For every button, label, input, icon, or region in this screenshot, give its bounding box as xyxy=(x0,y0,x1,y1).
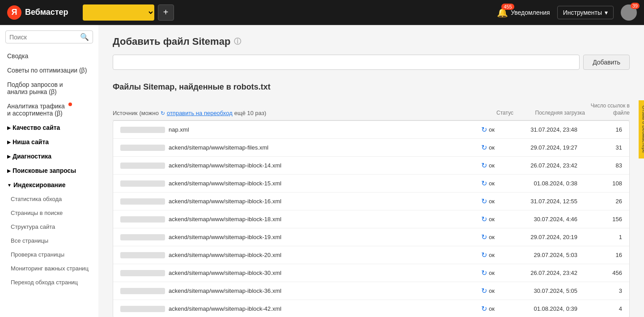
sitemap-url-input[interactable] xyxy=(113,55,580,70)
status-cell: ↻ ок xyxy=(470,233,506,241)
url-placeholder-bar xyxy=(120,288,165,294)
table-row: ackend/sitemap/www/sitemap-iblock-16.xml… xyxy=(113,193,629,210)
site-selector[interactable] xyxy=(83,4,154,21)
sidebar-section-niche[interactable]: ▶ Ниша сайта xyxy=(0,135,98,149)
layout: 🔍 Сводка Советы по оптимизации (β) Подбо… xyxy=(0,25,644,317)
count-cell: 108 xyxy=(577,180,622,187)
sidebar-item-site-structure[interactable]: Структура сайта xyxy=(0,220,98,234)
logo: Я Вебмастер xyxy=(7,5,68,20)
sidebar-item-page-check[interactable]: Проверка страницы xyxy=(0,248,98,261)
status-cell: ↻ ок xyxy=(470,197,506,206)
url-text: ackend/sitemap/www/sitemap-iblock-20.xml xyxy=(169,252,281,258)
date-cell: 31.07.2024, 23:48 xyxy=(506,126,577,133)
sidebar-item-analytics[interactable]: Аналитика трафикаи ассортимента (β) xyxy=(0,99,98,120)
refresh-icon[interactable]: ↻ xyxy=(481,304,487,313)
sidebar-section-quality[interactable]: ▶ Качество сайта xyxy=(0,120,98,135)
status-badge: ок xyxy=(489,234,495,240)
col-status-header: Статус xyxy=(478,110,513,117)
refresh-icon[interactable]: ↻ xyxy=(481,197,487,206)
notifications-label: Уведомления xyxy=(511,9,550,16)
refresh-icon[interactable]: ↻ xyxy=(481,233,487,241)
status-cell: ↻ ок xyxy=(470,304,506,313)
search-box[interactable]: 🔍 xyxy=(5,30,93,43)
chevron-right-icon-3: ▶ xyxy=(7,154,11,159)
url-placeholder-bar xyxy=(120,306,165,312)
url-cell: nap.xml xyxy=(120,126,470,133)
sidebar-item-monitoring[interactable]: Мониторинг важных страниц xyxy=(0,261,98,275)
sidebar-section-diagnostics[interactable]: ▶ Диагностика xyxy=(0,149,98,163)
refresh-icon[interactable]: ↻ xyxy=(481,125,487,134)
source-label: Источник (можно ↻ отправить на переобход… xyxy=(113,110,478,116)
table-row: ackend/sitemap/www/sitemap-iblock-18.xml… xyxy=(113,210,629,228)
refresh-icon[interactable]: ↻ xyxy=(481,143,487,152)
avatar[interactable]: 39 xyxy=(621,4,637,21)
url-cell: ackend/sitemap/www/sitemap-iblock-14.xml xyxy=(120,162,470,169)
refresh-icon[interactable]: ↻ xyxy=(481,251,487,259)
add-sitemap-button[interactable]: Добавить xyxy=(583,55,630,70)
table-row: nap.xml ↻ ок 31.07.2024, 23:48 16 xyxy=(113,121,629,139)
status-badge: ок xyxy=(489,126,495,133)
section-title: Файлы Sitemap, найденные в robots.txt xyxy=(113,82,630,92)
status-badge: ок xyxy=(489,270,495,276)
refresh-icon[interactable]: ↻ xyxy=(481,269,487,277)
chevron-down-icon: ▼ xyxy=(7,183,12,188)
url-text: ackend/sitemap/www/sitemap-files.xml xyxy=(169,144,268,151)
search-input[interactable] xyxy=(9,34,80,41)
site-selector-wrapper: + xyxy=(83,4,174,21)
sidebar-section-niche-label: Ниша сайта xyxy=(13,138,49,146)
count-cell: 156 xyxy=(577,216,622,223)
avatar-badge: 39 xyxy=(631,3,640,9)
sidebar-item-svodka[interactable]: Сводка xyxy=(0,49,98,63)
sidebar-item-crawl-stats[interactable]: Статистика обхода xyxy=(0,192,98,206)
status-badge: ок xyxy=(489,216,495,223)
count-cell: 16 xyxy=(577,252,622,258)
sidebar-section-indexing[interactable]: ▼ Индексирование xyxy=(0,178,98,192)
info-icon[interactable]: ⓘ xyxy=(234,37,241,47)
table-row: ackend/sitemap/www/sitemap-iblock-19.xml… xyxy=(113,228,629,246)
url-placeholder-bar xyxy=(120,198,165,205)
table-row: ackend/sitemap/www/sitemap-iblock-20.xml… xyxy=(113,246,629,264)
resend-link[interactable]: отправить на переобход xyxy=(167,110,233,116)
count-cell: 3 xyxy=(577,287,622,294)
date-cell: 01.08.2024, 0:39 xyxy=(506,305,577,312)
url-text: ackend/sitemap/www/sitemap-iblock-42.xml xyxy=(169,305,281,312)
url-placeholder-bar xyxy=(120,216,165,223)
status-cell: ↻ ок xyxy=(470,125,506,134)
main-content: Добавить файл Sitemap ⓘ Добавить Файлы S… xyxy=(98,25,644,317)
table-row: ackend/sitemap/www/sitemap-iblock-42.xml… xyxy=(113,300,629,317)
refresh-icon[interactable]: ↻ xyxy=(481,179,487,188)
tools-button[interactable]: Инструменты ▾ xyxy=(557,6,614,19)
date-cell: 29.07.2024, 19:27 xyxy=(506,144,577,151)
tools-label: Инструменты xyxy=(563,9,602,16)
count-cell: 4 xyxy=(577,305,622,312)
notifications-button[interactable]: 455 🔔 Уведомления xyxy=(497,7,550,18)
refresh-icon[interactable]: ↻ xyxy=(481,215,487,223)
url-cell: ackend/sitemap/www/sitemap-iblock-16.xml xyxy=(120,198,470,205)
table-header: Источник (можно ↻ отправить на переобход… xyxy=(113,99,630,120)
status-cell: ↻ ок xyxy=(470,251,506,259)
url-text: ackend/sitemap/www/sitemap-iblock-18.xml xyxy=(169,216,281,223)
sidebar-item-all-pages[interactable]: Все страницы xyxy=(0,234,98,248)
sidebar-item-crawl-pages[interactable]: Переход обхода страниц xyxy=(0,275,98,289)
refresh-icon[interactable]: ↻ xyxy=(481,287,487,295)
add-site-button[interactable]: + xyxy=(158,4,174,21)
status-badge: ок xyxy=(489,180,495,187)
url-cell: ackend/sitemap/www/sitemap-iblock-18.xml xyxy=(120,216,470,223)
search-icon: 🔍 xyxy=(80,33,89,41)
url-placeholder-bar xyxy=(120,127,165,133)
date-cell: 31.07.2024, 12:55 xyxy=(506,198,577,205)
sidebar-item-queries[interactable]: Подбор запросов ианализ рынка (β) xyxy=(0,77,98,99)
sidebar-item-tips[interactable]: Советы по оптимизации (β) xyxy=(0,63,98,77)
status-badge: ок xyxy=(489,162,495,169)
status-cell: ↻ ок xyxy=(470,143,506,152)
sidebar-item-pages-in-search[interactable]: Страницы в поиске xyxy=(0,206,98,220)
url-text: ackend/sitemap/www/sitemap-iblock-16.xml xyxy=(169,198,281,205)
count-cell: 16 xyxy=(577,126,622,133)
feedback-tab[interactable]: Отзыв о Вебмастере xyxy=(639,100,644,158)
url-cell: ackend/sitemap/www/sitemap-iblock-15.xml xyxy=(120,180,470,187)
sidebar-section-search-queries[interactable]: ▶ Поисковые запросы xyxy=(0,163,98,178)
sidebar-section-quality-label: Качество сайта xyxy=(13,124,60,131)
date-cell: 30.07.2024, 5:05 xyxy=(506,287,577,294)
url-cell: ackend/sitemap/www/sitemap-iblock-42.xml xyxy=(120,305,470,312)
refresh-icon[interactable]: ↻ xyxy=(481,161,487,170)
